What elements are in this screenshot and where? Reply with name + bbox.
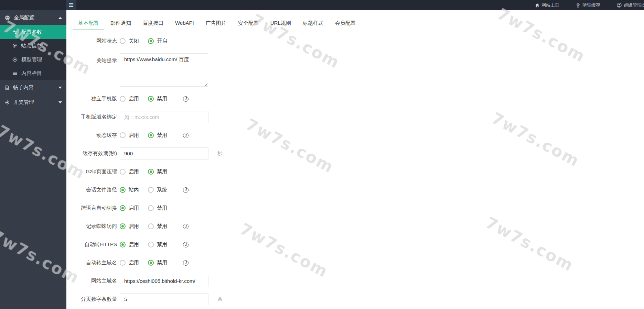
info-icon[interactable]: i: [183, 242, 189, 247]
tab-广告图片[interactable]: 广告图片: [200, 16, 232, 30]
radio-unselected[interactable]: [148, 187, 154, 193]
tab-bar: 基本配置邮件通知百度接口WebAPI广告图片安全配置URL规则标题样式会员配置: [73, 16, 638, 30]
radio-option-启用[interactable]: 启用: [120, 241, 139, 248]
sidebar-item-模型管理[interactable]: 模型管理: [0, 53, 66, 66]
radio-selected[interactable]: [148, 169, 154, 175]
tab-百度接口[interactable]: 百度接口: [137, 16, 169, 30]
sidebar-group-全局配置[interactable]: 全局配置: [0, 10, 66, 25]
tab-URL规则[interactable]: URL规则: [265, 16, 297, 30]
sidebar-item-站点信息[interactable]: 站点信息: [0, 39, 66, 53]
form-control: 条: [120, 293, 223, 305]
radio-option-禁用[interactable]: 禁用: [148, 168, 167, 175]
form-label: 网站主域名: [66, 278, 120, 284]
radio-option-关闭[interactable]: 关闭: [120, 38, 139, 44]
user-icon: [617, 3, 622, 8]
radio-option-禁用[interactable]: 禁用: [148, 205, 167, 211]
info-icon[interactable]: i: [183, 224, 189, 229]
form-label: 网站状态: [66, 38, 120, 44]
info-icon[interactable]: i: [183, 133, 189, 138]
radio-unselected[interactable]: [148, 242, 154, 247]
caret-down-icon: [58, 101, 62, 103]
radio-option-启用[interactable]: 启用: [120, 168, 139, 175]
menu-toggle-button[interactable]: [66, 0, 76, 10]
radio-option-启用[interactable]: 启用: [120, 132, 139, 139]
globe-icon: [5, 15, 10, 20]
topbar-link[interactable]: 清理缓存: [576, 2, 600, 8]
radio-option-禁用[interactable]: 禁用: [148, 132, 167, 139]
text-input-分页数字条数量[interactable]: [120, 293, 208, 305]
radio-unselected[interactable]: [120, 96, 126, 102]
textarea-关站提示[interactable]: [120, 53, 208, 87]
radio-unselected[interactable]: [148, 223, 154, 229]
radio-option-系统[interactable]: 系统: [148, 187, 167, 193]
form-row: 跨语言自动切换启用禁用: [66, 202, 644, 214]
radio-option-label: 启用: [129, 132, 139, 139]
form-row: 网站主域名: [66, 275, 644, 287]
radio-option-label: 禁用: [157, 205, 167, 211]
form-row: 自动转主域名启用禁用i: [66, 257, 644, 269]
topbar-link[interactable]: 超级管理员: [617, 2, 644, 8]
radio-option-启用[interactable]: 启用: [120, 96, 139, 102]
radio-selected[interactable]: [148, 96, 154, 102]
sidebar-group-开奖管理[interactable]: 开奖管理: [0, 95, 66, 110]
text-input-网站主域名[interactable]: [120, 275, 208, 287]
form-label: 动态缓存: [66, 132, 120, 139]
radio-option-禁用[interactable]: 禁用: [148, 241, 167, 248]
radio-option-禁用[interactable]: 禁用: [148, 96, 167, 102]
text-input-缓存有效期(秒)[interactable]: [120, 147, 208, 159]
gear-icon: [5, 100, 10, 105]
radio-option-开启[interactable]: 开启: [148, 38, 167, 44]
radio-selected[interactable]: [120, 242, 126, 247]
radio-selected[interactable]: [148, 38, 154, 44]
radio-unselected[interactable]: [120, 260, 126, 266]
info-icon[interactable]: i: [183, 187, 189, 193]
radio-unselected[interactable]: [148, 205, 154, 211]
form-label: 自动转主域名: [66, 260, 120, 266]
hamburger-icon: [68, 3, 74, 8]
form-row: 缓存有效期(秒)秒: [66, 147, 644, 159]
radio-option-启用[interactable]: 启用: [120, 223, 139, 230]
radio-option-禁用[interactable]: 禁用: [148, 223, 167, 230]
form-control: 启用禁用i: [120, 241, 189, 248]
radio-option-label: 启用: [129, 96, 139, 102]
sidebar-group-帖子内容[interactable]: 帖子内容: [0, 80, 66, 95]
form-control: 关闭开启: [120, 38, 176, 44]
tab-会员配置[interactable]: 会员配置: [330, 16, 361, 30]
radio-selected[interactable]: [148, 260, 154, 266]
input-suffix: 条: [217, 296, 223, 302]
tab-标题样式[interactable]: 标题样式: [297, 16, 329, 30]
topbar-links: 网站主页清理缓存超级管理员: [535, 0, 644, 10]
sidebar-group-label: 帖子内容: [13, 84, 34, 91]
tab-基本配置[interactable]: 基本配置: [73, 16, 104, 30]
tab-邮件通知[interactable]: 邮件通知: [105, 16, 137, 30]
form-label: Gzip页面压缩: [66, 168, 120, 175]
text-input-手机版域名绑定[interactable]: [120, 111, 208, 123]
radio-unselected[interactable]: [120, 132, 126, 138]
info-icon[interactable]: i: [183, 260, 189, 266]
tab-安全配置[interactable]: 安全配置: [233, 16, 264, 30]
sidebar-item-label: 配置参数: [21, 29, 42, 35]
radio-selected[interactable]: [120, 223, 126, 229]
sidebar-item-配置参数[interactable]: 配置参数: [0, 25, 66, 39]
tab-WebAPI[interactable]: WebAPI: [170, 16, 200, 30]
form-control: 秒: [120, 147, 223, 159]
form-row: 网站状态关闭开启: [66, 35, 644, 47]
home-icon: [535, 3, 539, 8]
radio-unselected[interactable]: [120, 38, 126, 44]
radio-selected[interactable]: [120, 187, 126, 193]
radio-selected[interactable]: [148, 132, 154, 138]
topbar-link[interactable]: 网站主页: [535, 2, 559, 8]
radio-option-启用[interactable]: 启用: [120, 260, 139, 266]
radio-selected[interactable]: [120, 205, 126, 211]
settings-form: 网站状态关闭开启关站提示独立手机版启用禁用i手机版域名绑定动态缓存启用禁用i缓存…: [66, 35, 644, 305]
topbar-link-label: 超级管理员: [624, 2, 644, 8]
radio-option-站内[interactable]: 站内: [120, 187, 139, 193]
sidebar-item-内容栏目[interactable]: 内容栏目: [0, 66, 66, 80]
radio-option-禁用[interactable]: 禁用: [148, 260, 167, 266]
radio-unselected[interactable]: [120, 169, 126, 175]
radio-option-启用[interactable]: 启用: [120, 205, 139, 211]
form-label: 关站提示: [66, 53, 120, 64]
form-label: 自动转HTTPS: [66, 241, 120, 248]
gear-icon: [12, 43, 17, 48]
info-icon[interactable]: i: [183, 96, 189, 102]
